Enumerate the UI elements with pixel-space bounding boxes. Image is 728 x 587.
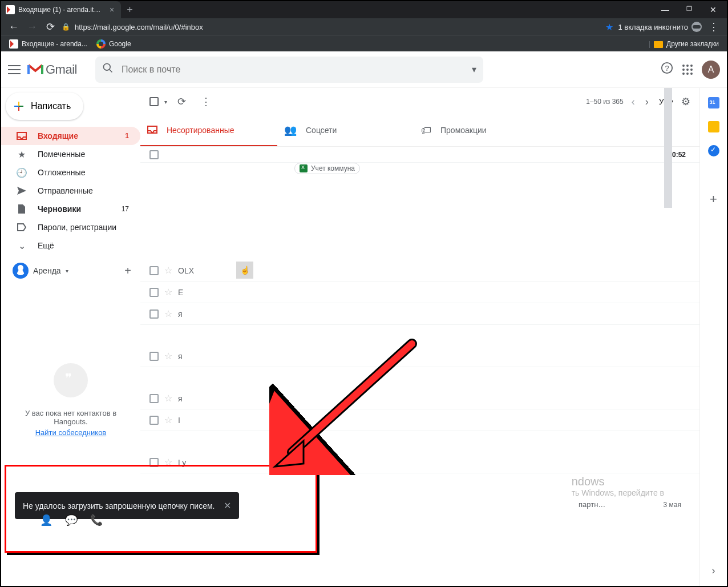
sidebar-item-starred[interactable]: ★ Помеченные [1,145,140,163]
hangouts-bubble-icon [54,363,88,397]
lock-icon: 🔒 [62,23,70,31]
close-tab-icon[interactable]: × [107,5,116,15]
window-minimize-icon[interactable]: — [658,5,672,14]
star-icon: ★ [16,149,27,160]
sidebar-item-inbox[interactable]: Входящие 1 [1,127,140,145]
calls-tab-icon[interactable]: 📞 [90,514,103,526]
tab-promotions[interactable]: 🏷 Промоакции [414,115,551,146]
add-contact-icon[interactable]: + [124,264,135,278]
search-input[interactable] [122,65,472,75]
select-dropdown-icon[interactable]: ▾ [164,99,167,105]
mail-list: 10:52 Учет коммуна ☆ OLX [140,146,699,586]
nav-back-icon[interactable]: ← [7,21,21,33]
page-next-icon[interactable]: › [643,96,651,108]
label-icon [16,223,27,231]
account-avatar[interactable]: A [702,61,720,79]
hide-panel-icon[interactable]: › [712,565,715,577]
new-tab-button[interactable]: + [121,4,139,16]
chevron-down-icon[interactable]: ▾ [66,268,68,274]
window-close-icon[interactable]: ✕ [706,5,720,14]
file-icon [16,204,27,214]
mail-row[interactable]: ☆ I [140,409,699,431]
refresh-icon[interactable]: ⟳ [173,95,191,108]
mail-row[interactable]: ☆ я [140,388,699,409]
calendar-addon-icon[interactable] [708,97,719,108]
browser-tab[interactable]: Входящие (1) - arenda.itkit@gm... × [1,1,121,18]
mail-row[interactable]: ☆ OLX [140,260,699,282]
sidebar-item-drafts[interactable]: Черновики 17 [1,200,140,218]
toast-close-icon[interactable]: ✕ [224,500,231,511]
browser-tab-strip: Входящие (1) - arenda.itkit@gm... × + — … [1,1,727,18]
window-controls: — ❐ ✕ [658,5,727,14]
row-checkbox[interactable] [149,150,159,159]
keep-addon-icon[interactable] [708,121,719,132]
hangouts-find-link[interactable]: Найти собеседников [10,428,131,437]
attachment-chip[interactable]: Учет коммуна [294,163,360,174]
window-maximize-icon[interactable]: ❐ [682,5,696,14]
select-all-checkbox[interactable] [149,97,159,106]
mail-row[interactable]: ☆ я [140,303,699,325]
sidebar-item-more[interactable]: ⌄ Ещё [1,236,140,255]
row-checkbox[interactable] [149,266,159,275]
mail-sender: I [178,416,180,425]
page-prev-icon[interactable]: ‹ [629,96,637,108]
settings-gear-icon[interactable]: ⚙ [681,95,690,108]
row-checkbox[interactable] [149,352,159,361]
row-checkbox[interactable] [149,394,159,403]
bookmark-google[interactable]: Google [94,38,134,50]
row-checkbox[interactable] [149,416,159,425]
gmail-favicon-icon [6,5,15,14]
sidebar-label: Ещё [38,241,135,250]
svg-line-1 [109,70,112,73]
row-checkbox[interactable] [149,288,159,297]
scrollbar[interactable] [664,88,672,208]
star-icon[interactable]: ☆ [164,457,172,468]
mail-row[interactable]: ☆ я [140,345,699,367]
bookmark-label: Входящие - arenda... [22,40,87,48]
main-menu-icon[interactable] [8,65,21,74]
bookmark-star-icon[interactable]: ★ [605,22,613,33]
mail-toolbar: ▾ ⟳ ⋮ 1–50 из 365 ‹ › Ук ▾ ⚙ [140,88,699,115]
star-icon[interactable]: ☆ [164,351,172,361]
star-icon[interactable]: ☆ [164,415,172,425]
url-box[interactable]: 🔒 https://mail.google.com/mail/u/0/#inbo… [62,22,613,33]
bookmark-inbox[interactable]: Входящие - arenda... [7,38,90,50]
mail-row[interactable]: ☆ Ly [140,452,699,473]
browser-menu-icon[interactable]: ⋮ [706,21,721,33]
nav-reload-icon[interactable]: ⟳ [43,21,57,33]
hangouts-tab-icon[interactable]: 💬 [65,514,78,526]
search-icon[interactable] [102,62,114,77]
star-icon[interactable]: ☆ [164,265,172,276]
sidebar-item-snoozed[interactable]: 🕘 Отложенные [1,163,140,182]
tab-primary[interactable]: Несортированные [140,115,277,146]
hangouts-header[interactable]: Аренда ▾ + [1,258,140,283]
star-icon[interactable]: ☆ [164,393,172,404]
compose-button[interactable]: Написать [6,93,83,120]
user-avatar-icon [13,263,29,279]
nav-forward-icon[interactable]: → [25,21,39,33]
sidebar-item-sent[interactable]: Отправленные [1,182,140,200]
gmail-logo[interactable]: Gmail [27,62,77,77]
google-apps-icon[interactable] [682,65,693,75]
row-checkbox[interactable] [149,309,159,319]
contacts-tab-icon[interactable]: 👤 [40,514,52,526]
people-icon: 👥 [284,124,297,136]
search-box[interactable]: ▾ [95,57,483,83]
star-icon[interactable]: ☆ [164,308,172,319]
help-icon[interactable]: ? [661,62,673,77]
bookmark-other[interactable]: | Другие закладки [646,39,721,49]
sidebar-item-passwords[interactable]: Пароли, регистрации [1,218,140,236]
search-options-icon[interactable]: ▾ [472,64,476,75]
star-icon[interactable]: ☆ [164,287,172,297]
tasks-addon-icon[interactable] [708,145,719,156]
mail-sender: Ly [178,458,186,467]
row-checkbox[interactable] [149,458,159,467]
send-icon [16,187,27,195]
get-addons-icon[interactable]: + [710,192,717,207]
tab-social[interactable]: 👥 Соцсети [277,115,414,146]
tab-label: Соцсети [306,126,337,135]
inbox-icon [16,132,27,140]
more-icon[interactable]: ⋮ [196,95,216,108]
mail-row[interactable]: 10:52 [140,147,699,163]
mail-row[interactable]: ☆ E [140,282,699,303]
